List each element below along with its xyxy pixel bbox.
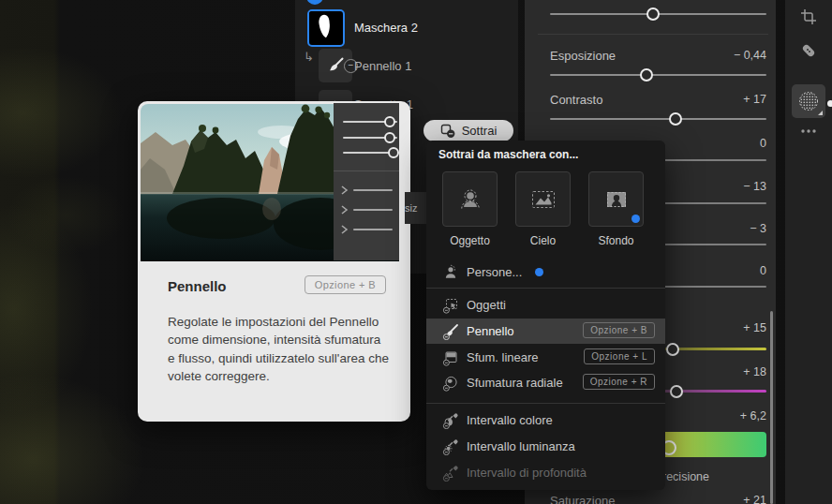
right-toolbar — [785, 0, 832, 504]
tile-sfondo[interactable]: Sfondo — [588, 171, 644, 247]
people-icon — [442, 264, 459, 281]
menu-item-sfum-lineare[interactable]: Sfum. lineare Opzione + L — [426, 345, 665, 370]
slider-label: Saturazione — [550, 494, 615, 504]
menu-item-label: Intervallo di profondità — [467, 466, 587, 480]
slider-value: + 6,2 — [740, 409, 766, 422]
slider-value: + 18 — [743, 365, 766, 378]
section-line — [353, 209, 393, 211]
slider-handle[interactable] — [669, 112, 682, 126]
menu-item-sfumatura-radiale[interactable]: Sfumatura radiale Opzione + R — [426, 370, 665, 395]
more-tools[interactable] — [799, 122, 818, 141]
healing-icon — [799, 41, 818, 60]
mask-indicator-dot — [306, 0, 323, 5]
panel-scrollbar[interactable] — [770, 311, 773, 504]
chevron-right-icon — [341, 225, 349, 234]
menu-item-label: Sfumatura radiale — [467, 376, 563, 390]
menu-item-label: Persone... — [467, 265, 522, 279]
panel-divider — [538, 34, 768, 35]
shortcut-badge: Opzione + B — [583, 322, 655, 338]
sky-select-icon — [529, 185, 557, 214]
shortcut-badge: Opzione + R — [583, 374, 655, 390]
linear-gradient-icon — [442, 349, 459, 366]
active-dot — [631, 215, 640, 223]
brush-feather-slider[interactable] — [343, 137, 397, 139]
slider-handle[interactable] — [388, 147, 399, 158]
contrasto-slider[interactable] — [550, 118, 766, 120]
menu-item-oggetti[interactable]: Oggetti — [426, 292, 665, 318]
mask-component-row-pennello[interactable]: − — [319, 49, 352, 82]
background-select-icon — [602, 185, 631, 214]
tile-label: Sfondo — [588, 234, 644, 247]
slider-handle[interactable] — [666, 343, 679, 356]
active-dot — [535, 268, 543, 276]
slider-handle[interactable] — [384, 132, 395, 143]
depth-range-icon — [442, 465, 459, 482]
tile-label: Oggetto — [442, 234, 498, 247]
shortcut-badge: Opzione + L — [584, 348, 655, 364]
mask-title[interactable]: Maschera 2 — [354, 21, 418, 35]
menu-item-persone[interactable]: Persone... — [426, 259, 665, 285]
collapsed-section[interactable] — [341, 205, 393, 215]
tooltip-title: Pennello — [168, 278, 227, 294]
menu-item-label: Intervallo colore — [467, 413, 553, 427]
menu-divider — [426, 403, 665, 404]
menu-item-pennello[interactable]: Pennello Opzione + B — [426, 319, 665, 344]
menu-item-intervallo-colore[interactable]: Intervallo colore — [426, 408, 665, 433]
slider-handle[interactable] — [384, 116, 395, 127]
chevron-right-icon — [341, 205, 349, 215]
slider-value: − 0,44 — [734, 49, 766, 62]
menu-item-label: Pennello — [467, 324, 514, 338]
section-line — [353, 189, 393, 191]
menu-title: Sottrai da maschera con... — [438, 148, 578, 161]
brush-settings-flyout — [334, 103, 399, 260]
tooltip-description: Regolate le impostazioni del Pennello co… — [168, 313, 389, 385]
sottrai-button[interactable]: Sottrai — [423, 120, 513, 141]
amount-slider[interactable] — [550, 13, 766, 15]
slider-value: 0 — [760, 137, 766, 150]
healing-tool[interactable] — [799, 41, 818, 60]
masking-tool[interactable] — [792, 84, 825, 118]
esposizione-slider[interactable] — [550, 74, 766, 76]
slider-value: 0 — [760, 264, 766, 277]
collapsed-section[interactable] — [341, 225, 393, 234]
radial-gradient-icon — [442, 375, 459, 392]
collapsed-section[interactable] — [341, 185, 393, 195]
slider-value: − 13 — [743, 180, 766, 193]
tile-cielo[interactable]: Cielo — [515, 171, 571, 247]
active-edit-dot — [827, 100, 832, 107]
tile-oggetto[interactable]: Oggetto — [442, 171, 498, 247]
menu-item-label: Oggetti — [467, 298, 506, 312]
slider-value: + 17 — [743, 93, 766, 106]
precision-label-fragment: recisione — [662, 470, 709, 483]
crop-tool[interactable] — [799, 7, 818, 26]
menu-divider — [426, 288, 665, 289]
component-label[interactable]: Pennello 1 — [354, 59, 411, 73]
shortcut-badge: Opzione + B — [305, 275, 386, 294]
luminance-range-icon — [442, 438, 459, 455]
mask-thumbnail-maschera-2[interactable] — [307, 9, 345, 47]
slider-handle[interactable] — [670, 385, 683, 398]
objects-icon — [442, 297, 459, 314]
slider-label: Esposizione — [550, 49, 616, 63]
brush-flow-slider[interactable] — [343, 152, 397, 154]
tile-label: Cielo — [515, 234, 571, 247]
flyout-divider — [334, 170, 399, 171]
brush-size-slider[interactable] — [343, 121, 397, 123]
app-window: Maschera 2 ↳ − Pennello 1 Soggetto 1 — [0, 0, 832, 504]
slider-label: Contrasto — [550, 93, 602, 107]
more-icon — [799, 122, 818, 141]
chevron-right-icon — [341, 185, 349, 195]
menu-item-intervallo-luminanza[interactable]: Intervallo luminanza — [426, 434, 665, 459]
slider-handle[interactable] — [646, 7, 660, 21]
color-range-icon — [442, 412, 459, 429]
object-select-icon — [456, 185, 484, 214]
flyout-corner-icon — [818, 111, 823, 115]
brush-icon — [442, 323, 459, 340]
slider-handle[interactable] — [640, 68, 653, 82]
subtract-menu: Sottrai da maschera con... Oggetto — [426, 141, 665, 490]
brush-icon — [326, 56, 345, 75]
menu-item-label: Sfum. lineare — [467, 350, 539, 364]
subtract-shape-icon — [440, 124, 456, 139]
menu-item-intervallo-profondita: Intervallo di profondità — [426, 460, 665, 485]
occluded-panel-fragment: siz — [405, 192, 427, 224]
